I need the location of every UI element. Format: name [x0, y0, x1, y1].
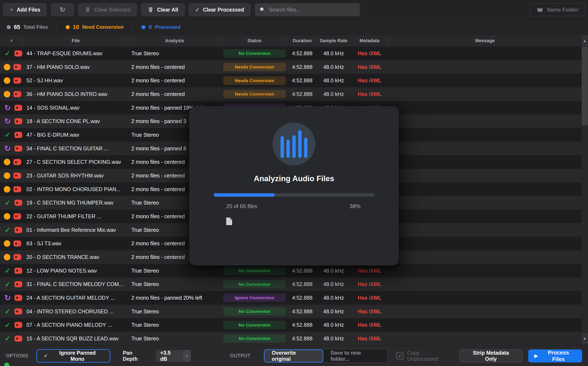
- column-header-duration[interactable]: Duration: [288, 35, 317, 47]
- stat-total-files: 65 Total Files: [7, 24, 57, 30]
- column-header-sample-rate[interactable]: Sample Rate: [317, 35, 351, 47]
- search-input[interactable]: [269, 7, 356, 13]
- column-header-message[interactable]: Message: [389, 35, 581, 47]
- column-header-file[interactable]: File: [23, 35, 128, 47]
- folder-icon: [536, 7, 543, 13]
- tag-icon: [14, 173, 21, 179]
- analysis-text: 2 mono files - panned 20% left: [128, 295, 221, 301]
- row-icons: [0, 159, 23, 165]
- scrollbar-thumb[interactable]: [582, 47, 588, 125]
- file-name: 02 - INTRO MONO CHORUSED PIAN...: [23, 186, 128, 192]
- table-row[interactable]: ✓ 04 - INTRO STEREO CHORUSED ... True St…: [0, 305, 581, 318]
- chevron-down-icon: ▼: [183, 350, 191, 362]
- file-name: 20 - D SECTION TRANCE.wav: [23, 254, 128, 260]
- clear-all-label: Clear All: [157, 7, 178, 13]
- pan-depth-select[interactable]: +3.5 dB ▼: [156, 350, 191, 362]
- clear-all-button[interactable]: Clear All: [141, 3, 185, 16]
- refresh-button[interactable]: ↻: [51, 3, 74, 16]
- scroll-up-button[interactable]: ▲: [582, 35, 588, 46]
- overwrite-original-option[interactable]: Overwrite original: [264, 349, 324, 362]
- column-header-analysis[interactable]: Analysis: [128, 35, 221, 47]
- duration-value: 4:52.888: [288, 91, 317, 97]
- row-status-icon: [4, 254, 10, 260]
- copy-unprocessed-checkbox-group[interactable]: ✓ Copy Unprocessed: [396, 350, 451, 362]
- row-status-icon: ✓: [4, 131, 11, 138]
- status-badge: No Conversion: [223, 334, 286, 343]
- table-row[interactable]: ✓ 44 - TRAP-ESQUE DRUMS.wav True Stereo …: [0, 47, 581, 60]
- need-conversion-count: 10: [73, 24, 79, 30]
- equalizer-bar: [298, 130, 302, 158]
- row-status-icon: [4, 186, 10, 192]
- duration-value: 4:52.888: [288, 295, 317, 301]
- tag-icon: [15, 308, 22, 314]
- save-to-new-folder-option[interactable]: Save to new folder...: [323, 349, 387, 362]
- total-files-count: 65: [14, 24, 20, 30]
- search-box[interactable]: [255, 3, 360, 16]
- table-row[interactable]: ↻ 24 - A SECTION GUITAR MELODY ... 2 mon…: [0, 291, 581, 305]
- table-row[interactable]: ✓ 07 - A SECTION PIANO MELODY ... True S…: [0, 318, 581, 332]
- row-icons: [0, 186, 23, 192]
- column-header-status[interactable]: Status: [221, 35, 288, 47]
- file-name: 12 - LOW PIANO NOTES.wav: [23, 268, 128, 274]
- tag-icon: [15, 322, 22, 328]
- column-header-metadata[interactable]: Metadata: [351, 35, 389, 47]
- row-status-icon: ✓: [4, 226, 11, 234]
- metadata-flag: Has iXML: [358, 77, 381, 83]
- row-status-icon: ✓: [4, 267, 11, 274]
- file-name: 37 - HM PIANO SOLO.wav: [23, 64, 128, 70]
- metadata-flag: Has iXML: [358, 91, 381, 97]
- metadata-flag: Has iXML: [358, 50, 381, 56]
- files-progress-text: 25 of 65 files: [226, 203, 257, 210]
- copy-unprocessed-label: Copy Unprocessed: [407, 350, 451, 362]
- filter-dropdown[interactable]: ▼: [0, 35, 23, 47]
- row-status-icon: [4, 64, 10, 70]
- strip-metadata-only-label: Strip Metadata Only: [467, 350, 515, 362]
- same-folder-button[interactable]: Same Folder: [530, 3, 585, 16]
- duration-value: 4:52.888: [288, 268, 317, 274]
- clear-processed-button[interactable]: ✓ Clear Processed: [189, 3, 251, 16]
- percent-text: 38%: [350, 203, 361, 210]
- file-name: 01 - Informant Bee Reference Mix.wav: [23, 227, 128, 233]
- table-row[interactable]: 37 - HM PIANO SOLO.wav 2 mono files - ce…: [0, 60, 581, 74]
- table-row[interactable]: ✓ 15 - A SECTION SQR BUZZ LEAD.wav True …: [0, 332, 581, 345]
- tag-icon: [15, 336, 22, 342]
- row-status-icon: [4, 240, 10, 247]
- stats-bar: 65 Total Files 10 Need Conversion 0 Proc…: [0, 20, 588, 35]
- analysis-text: 2 mono files - centered: [128, 77, 221, 84]
- equalizer-bar: [304, 138, 307, 158]
- row-status-icon: [4, 213, 10, 220]
- table-row[interactable]: 52 - SJ HH.wav 2 mono files - centered N…: [0, 74, 581, 87]
- check-icon: ✓: [195, 7, 200, 13]
- table-row[interactable]: ✓ 12 - LOW PIANO NOTES.wav True Stereo N…: [0, 264, 581, 278]
- metadata-flag: Has iXML: [358, 295, 381, 301]
- table-row[interactable]: 36 - HM PIANO SOLO INTRO.wav 2 mono file…: [0, 87, 581, 101]
- scroll-down-button[interactable]: ▼: [582, 333, 588, 344]
- equalizer-bar: [281, 136, 284, 158]
- row-icons: [0, 254, 23, 260]
- row-icons: ✓: [0, 281, 23, 288]
- process-files-button[interactable]: ▶ Process Files: [528, 349, 582, 362]
- tag-icon: [14, 213, 21, 220]
- clipped-status-dot: [4, 363, 9, 366]
- ignore-panned-mono-toggle[interactable]: ✓ Ignore Panned Mono: [36, 349, 110, 363]
- checkbox-checked-icon[interactable]: ✓: [396, 352, 404, 360]
- sample-rate-value: 48.0 kHz: [317, 77, 351, 84]
- sample-rate-value: 48.0 kHz: [317, 308, 351, 314]
- strip-metadata-only-button[interactable]: Strip Metadata Only: [459, 349, 522, 362]
- add-files-button[interactable]: + Add Files: [3, 3, 47, 16]
- file-name: 44 - TRAP-ESQUE DRUMS.wav: [23, 50, 128, 56]
- vertical-scrollbar[interactable]: ▲ ▼: [581, 35, 588, 345]
- analysis-text: True Stereo: [128, 281, 221, 287]
- clear-selected-button[interactable]: Clear Selected: [78, 3, 137, 16]
- file-name: 14 - SOS SIGNAL.wav: [23, 105, 128, 111]
- table-row[interactable]: ✓ 31 - FINAL C SECTION MELODY COM... Tru…: [0, 277, 581, 291]
- file-name: 24 - A SECTION GUITAR MELODY ...: [23, 295, 128, 301]
- row-icons: ✓: [0, 50, 23, 57]
- clear-processed-label: Clear Processed: [203, 7, 244, 13]
- down-arrow-icon: ▼: [583, 337, 586, 341]
- bottom-bar: OPTIONS ✓ Ignore Panned Mono Pan Depth +…: [0, 345, 588, 366]
- progress-bar-fill: [214, 193, 275, 197]
- analysis-text: 2 mono files - centered: [128, 91, 221, 97]
- pan-depth-value: +3.5 dB: [156, 350, 183, 362]
- file-name: 36 - HM PIANO SOLO INTRO.wav: [23, 91, 128, 97]
